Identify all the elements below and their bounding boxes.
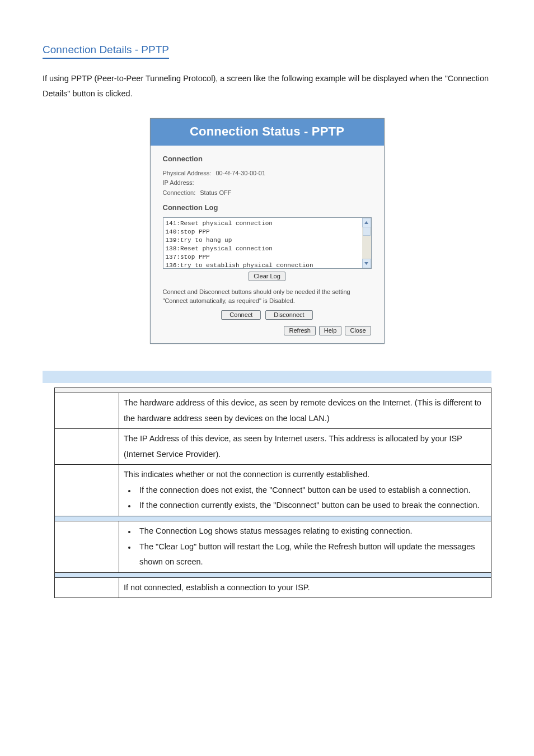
row-label (55, 521, 119, 573)
refresh-button[interactable]: Refresh (284, 326, 316, 335)
row-desc: The hardware address of this device, as … (119, 393, 491, 429)
disconnect-button[interactable]: Disconnect (265, 310, 312, 320)
physical-address-label: Physical Address: (163, 169, 212, 179)
scroll-down-icon[interactable] (362, 259, 371, 268)
section-heading: Connection Details - PPTP (43, 44, 169, 59)
help-button[interactable]: Help (319, 326, 342, 335)
physical-address-value: 00-4f-74-30-00-01 (216, 169, 265, 179)
svg-marker-1 (364, 262, 368, 265)
row-label (55, 393, 119, 429)
data-heading-bar (43, 371, 491, 383)
table-section-buttons (55, 572, 491, 577)
connection-log-box[interactable]: 141:Reset physical connection 140:stop P… (163, 217, 372, 269)
row-desc: The Connection Log shows status messages… (119, 521, 491, 573)
log-line: 136:try to establish physical connection (166, 262, 361, 269)
row-desc: The IP Address of this device, as seen b… (119, 429, 491, 465)
log-scrollbar[interactable] (362, 218, 371, 268)
row-label (55, 429, 119, 465)
log-line: 138:Reset physical connection (166, 245, 361, 253)
scroll-up-icon[interactable] (362, 218, 371, 227)
status-widget: Connection Status - PPTP Connection Phys… (150, 118, 385, 344)
log-line: 139:try to hang up (166, 236, 361, 245)
row-desc-intro: This indicates whether or not the connec… (124, 467, 486, 483)
helper-text: Connect and Disconnect buttons should on… (163, 288, 372, 305)
description-table: The hardware address of this device, as … (54, 388, 491, 598)
log-line: 141:Reset physical connection (166, 220, 361, 228)
row-desc-bullet: The Connection Log shows status messages… (136, 524, 486, 539)
row-label (55, 465, 119, 516)
log-line: 137:stop PPP (166, 253, 361, 262)
ip-address-label: IP Address: (163, 178, 194, 188)
close-button[interactable]: Close (345, 326, 371, 335)
table-section-connection (55, 388, 491, 393)
widget-title: Connection Status - PPTP (151, 119, 384, 146)
connection-log-subheading: Connection Log (163, 203, 372, 212)
row-desc-bullet: If the connection does not exist, the "C… (136, 483, 486, 498)
table-section-log (55, 516, 491, 521)
log-line: 140:stop PPP (166, 228, 361, 236)
intro-paragraph: If using PPTP (Peer-to-Peer Tunneling Pr… (43, 71, 491, 101)
row-label (55, 577, 119, 598)
connection-status-label: Connection: (163, 188, 196, 198)
svg-marker-0 (364, 221, 368, 224)
row-desc-bullet: The "Clear Log" button will restart the … (136, 539, 486, 570)
clear-log-button[interactable]: Clear Log (249, 272, 285, 281)
connect-button[interactable]: Connect (221, 310, 261, 320)
row-desc: This indicates whether or not the connec… (119, 465, 491, 516)
scroll-handle[interactable] (363, 227, 371, 236)
row-desc-bullet: If the connection currently exists, the … (136, 498, 486, 514)
row-desc: If not connected, establish a connection… (119, 577, 491, 598)
connection-subheading: Connection (163, 155, 372, 163)
connection-status-value: Status OFF (200, 188, 231, 198)
